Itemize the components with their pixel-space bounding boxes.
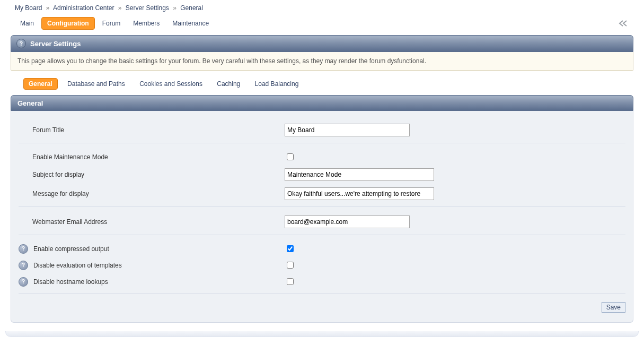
row-disable-eval: ? Disable evaluation of templates xyxy=(11,257,633,273)
forum-title-input[interactable] xyxy=(285,124,410,136)
maintenance-enable-label: Enable Maintenance Mode xyxy=(32,153,108,161)
breadcrumb-sep: » xyxy=(171,4,179,12)
divider xyxy=(19,235,625,235)
info-note: This page allows you to change the basic… xyxy=(11,52,633,71)
subtab-cookies[interactable]: Cookies and Sessions xyxy=(135,79,207,89)
disable-hostname-checkbox[interactable] xyxy=(287,278,294,285)
subtab-database[interactable]: Database and Paths xyxy=(63,79,130,89)
maintenance-subject-label: Subject for display xyxy=(32,171,84,178)
row-compressed-output: ? Enable compressed output xyxy=(11,240,633,257)
help-icon[interactable]: ? xyxy=(19,277,28,287)
breadcrumb-sep: » xyxy=(116,4,124,12)
breadcrumb-link[interactable]: General xyxy=(180,4,203,12)
maintenance-enable-checkbox[interactable] xyxy=(287,153,294,160)
tab-forum[interactable]: Forum xyxy=(97,18,126,29)
help-icon[interactable]: ? xyxy=(19,244,28,254)
breadcrumb-link[interactable]: Administration Center xyxy=(53,4,114,12)
tab-maintenance[interactable]: Maintenance xyxy=(167,18,214,29)
row-forum-title: Forum Title xyxy=(11,120,633,140)
collapse-sidebar-icon[interactable] xyxy=(619,20,628,27)
subtab-caching[interactable]: Caching xyxy=(212,79,245,89)
row-disable-hostname: ? Disable hostname lookups xyxy=(11,273,633,290)
webmaster-email-label: Webmaster Email Address xyxy=(32,218,107,226)
compressed-output-checkbox[interactable] xyxy=(287,245,294,252)
compressed-output-label: Enable compressed output xyxy=(33,245,109,253)
admin-tabs: Main Configuration Forum Members Mainten… xyxy=(0,15,644,35)
webmaster-email-input[interactable] xyxy=(285,215,410,228)
maintenance-message-input[interactable] xyxy=(285,187,434,200)
help-icon[interactable]: ? xyxy=(16,39,26,48)
subtab-loadbalancing[interactable]: Load Balancing xyxy=(250,79,304,89)
subtab-general[interactable]: General xyxy=(23,78,58,90)
save-button[interactable]: Save xyxy=(602,302,625,313)
settings-panel: Forum Title Enable Maintenance Mode Subj… xyxy=(11,111,633,323)
help-icon[interactable]: ? xyxy=(19,261,28,270)
button-row: Save xyxy=(11,299,633,315)
breadcrumb-link[interactable]: Server Settings xyxy=(126,4,169,12)
maintenance-message-label: Message for display xyxy=(32,190,89,197)
footer-edge xyxy=(5,331,639,337)
row-maintenance-subject: Subject for display xyxy=(11,165,633,184)
disable-hostname-label: Disable hostname lookups xyxy=(33,278,108,286)
tab-members[interactable]: Members xyxy=(128,18,165,29)
row-webmaster-email: Webmaster Email Address xyxy=(11,212,633,231)
row-maintenance-enable: Enable Maintenance Mode xyxy=(11,149,633,165)
divider xyxy=(19,206,625,207)
divider xyxy=(19,293,625,294)
tab-main[interactable]: Main xyxy=(15,18,39,29)
maintenance-subject-input[interactable] xyxy=(285,168,434,181)
page-titlebar: ? Server Settings xyxy=(11,35,633,52)
breadcrumb: My Board » Administration Center » Serve… xyxy=(0,0,644,15)
divider xyxy=(19,143,625,143)
forum-title-label: Forum Title xyxy=(32,126,64,134)
disable-eval-label: Disable evaluation of templates xyxy=(33,262,122,269)
tab-configuration[interactable]: Configuration xyxy=(41,17,95,30)
settings-subtabs: General Database and Paths Cookies and S… xyxy=(11,78,633,90)
page-title: Server Settings xyxy=(30,40,81,48)
breadcrumb-link[interactable]: My Board xyxy=(15,4,42,12)
row-maintenance-message: Message for display xyxy=(11,184,633,203)
section-title: General xyxy=(11,95,633,111)
disable-eval-checkbox[interactable] xyxy=(287,262,294,269)
breadcrumb-sep: » xyxy=(44,4,52,12)
